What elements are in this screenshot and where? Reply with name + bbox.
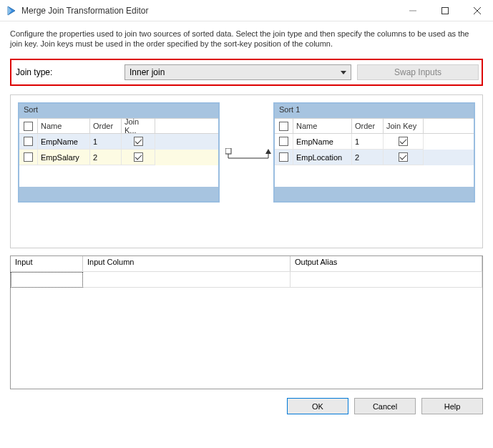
header-order[interactable]: Order xyxy=(90,119,122,133)
row-order: 2 xyxy=(90,150,122,165)
output-grid-header: Input Input Column Output Alias xyxy=(11,256,482,272)
minimize-button[interactable] xyxy=(396,0,429,21)
svg-marker-8 xyxy=(265,149,271,154)
row-joinkey-checkbox[interactable] xyxy=(384,134,424,150)
row-name: EmpName xyxy=(293,134,352,150)
header-joinkey[interactable]: Join K... xyxy=(122,119,155,133)
row-joinkey-checkbox[interactable] xyxy=(384,150,424,165)
close-button[interactable] xyxy=(461,0,493,21)
header-joinkey[interactable]: Join Key xyxy=(384,119,424,133)
row-order: 2 xyxy=(352,150,384,165)
table-row[interactable]: EmpName 1 xyxy=(275,134,474,150)
sort-left-title: Sort xyxy=(24,105,38,114)
input-column-cell[interactable] xyxy=(83,272,291,288)
cancel-button[interactable]: Cancel xyxy=(354,398,416,414)
chevron-down-icon xyxy=(341,71,346,74)
jointype-select[interactable]: Inner join xyxy=(125,64,351,80)
swap-inputs-button: Swap Inputs xyxy=(357,64,479,80)
header-input-column[interactable]: Input Column xyxy=(83,256,291,271)
row-checkbox[interactable] xyxy=(19,134,38,150)
sort-left-panel[interactable]: Sort Name Order Join K... EmpName 1 EmpS… xyxy=(18,102,220,203)
header-order[interactable]: Order xyxy=(352,119,384,133)
output-mapping-grid[interactable]: Input Input Column Output Alias xyxy=(10,255,483,389)
row-checkbox[interactable] xyxy=(19,150,38,165)
dialog-buttons: OK Cancel Help xyxy=(0,389,493,423)
panels-area: Sort Name Order Join K... EmpName 1 EmpS… xyxy=(10,94,483,248)
sort-right-panel[interactable]: Sort 1 Name Order Join Key EmpName 1 Emp… xyxy=(273,102,475,203)
table-row[interactable]: EmpLocation 2 xyxy=(275,150,474,165)
jointype-value: Inner join xyxy=(130,67,165,77)
header-name[interactable]: Name xyxy=(38,119,90,133)
sort-right-header: Name Order Join Key xyxy=(275,118,474,134)
table-row[interactable]: EmpName 1 xyxy=(19,134,218,150)
row-joinkey-checkbox[interactable] xyxy=(122,150,155,165)
row-name: EmpLocation xyxy=(293,150,352,165)
ok-button[interactable]: OK xyxy=(287,398,348,414)
row-checkbox[interactable] xyxy=(275,134,293,150)
description-text: Configure the properties used to join tw… xyxy=(10,29,483,49)
sort-left-header: Name Order Join K... xyxy=(19,118,218,134)
table-row[interactable]: EmpSalary 2 xyxy=(19,150,218,165)
jointype-row: Join type: Inner join Swap Inputs xyxy=(10,59,483,86)
row-order: 1 xyxy=(90,134,122,150)
app-icon xyxy=(6,5,17,16)
svg-rect-4 xyxy=(225,148,231,154)
header-name[interactable]: Name xyxy=(293,119,352,133)
row-order: 1 xyxy=(352,134,384,150)
help-button[interactable]: Help xyxy=(421,398,483,414)
titlebar: Merge Join Transformation Editor xyxy=(0,0,493,21)
window-title: Merge Join Transformation Editor xyxy=(21,6,396,16)
table-row[interactable] xyxy=(11,272,482,288)
select-all-checkbox[interactable] xyxy=(275,119,293,133)
select-all-checkbox[interactable] xyxy=(19,119,38,133)
maximize-button[interactable] xyxy=(429,0,461,21)
row-checkbox[interactable] xyxy=(275,150,293,165)
sort-right-title: Sort 1 xyxy=(279,105,300,114)
connector-arrow-icon xyxy=(225,148,274,164)
row-name: EmpName xyxy=(38,134,90,150)
jointype-label: Join type: xyxy=(14,67,122,77)
row-joinkey-checkbox[interactable] xyxy=(122,134,155,150)
header-output-alias[interactable]: Output Alias xyxy=(291,256,482,271)
row-name: EmpSalary xyxy=(38,150,90,165)
svg-rect-1 xyxy=(441,7,448,14)
header-input[interactable]: Input xyxy=(11,256,83,271)
input-cell[interactable] xyxy=(11,272,83,288)
output-alias-cell[interactable] xyxy=(291,272,482,288)
